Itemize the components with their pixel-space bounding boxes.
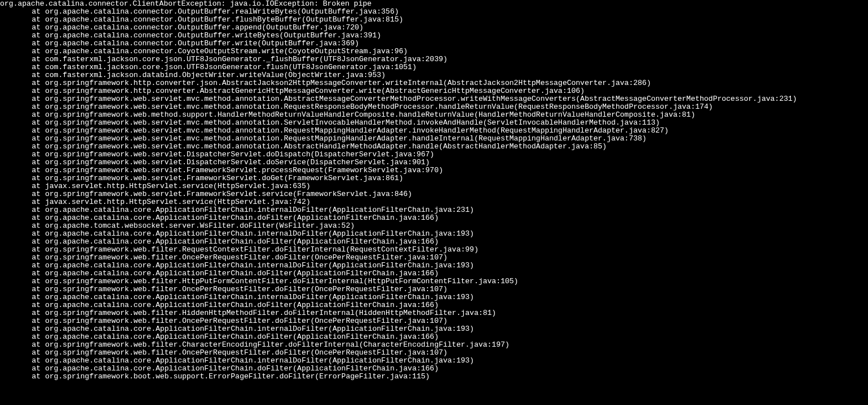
stack-frame: org.apache.catalina.connector.OutputBuff… xyxy=(0,8,868,16)
stack-frame: org.apache.catalina.connector.OutputBuff… xyxy=(0,16,868,24)
stack-frame: org.apache.catalina.core.ApplicationFilt… xyxy=(0,262,868,270)
stack-frame: org.springframework.web.servlet.Dispatch… xyxy=(0,159,868,167)
stack-frame: org.apache.catalina.core.ApplicationFilt… xyxy=(0,357,868,365)
stack-frame: org.springframework.web.servlet.Framewor… xyxy=(0,174,868,182)
stack-frame: org.apache.tomcat.websocket.server.WsFil… xyxy=(0,222,868,230)
stack-frame: org.springframework.web.filter.HttpPutFo… xyxy=(0,278,868,285)
stack-frame: org.apache.catalina.connector.OutputBuff… xyxy=(0,24,868,32)
stack-frame: org.apache.catalina.core.ApplicationFilt… xyxy=(0,333,868,341)
stack-frame: org.springframework.web.servlet.Dispatch… xyxy=(0,151,868,159)
exception-header: org.apache.catalina.connector.ClientAbor… xyxy=(0,0,868,8)
stack-frame: org.springframework.web.filter.RequestCo… xyxy=(0,246,868,254)
stack-frame: org.springframework.web.servlet.Framewor… xyxy=(0,190,868,198)
stack-frame: javax.servlet.http.HttpServlet.service(H… xyxy=(0,198,868,206)
stack-frame: org.springframework.web.servlet.Framewor… xyxy=(0,167,868,174)
stack-frame: org.apache.catalina.connector.OutputBuff… xyxy=(0,40,868,48)
stack-frame: org.apache.catalina.core.ApplicationFilt… xyxy=(0,325,868,333)
stack-frame: com.fasterxml.jackson.databind.ObjectWri… xyxy=(0,71,868,79)
stack-frame: org.springframework.web.filter.OncePerRe… xyxy=(0,317,868,325)
stack-frame: org.springframework.boot.web.support.Err… xyxy=(0,373,868,381)
stack-frame: org.springframework.web.method.support.H… xyxy=(0,111,868,119)
stack-frame: org.springframework.web.servlet.mvc.meth… xyxy=(0,103,868,111)
stack-frame: org.apache.catalina.connector.OutputBuff… xyxy=(0,32,868,40)
stack-frame: org.apache.catalina.core.ApplicationFilt… xyxy=(0,230,868,238)
stack-frame: org.springframework.web.servlet.mvc.meth… xyxy=(0,119,868,127)
stack-frame: org.springframework.web.servlet.mvc.meth… xyxy=(0,95,868,103)
stack-frame: org.springframework.web.servlet.mvc.meth… xyxy=(0,127,868,135)
stack-frame: org.apache.catalina.core.ApplicationFilt… xyxy=(0,301,868,309)
stack-frame: org.springframework.http.converter.Abstr… xyxy=(0,87,868,95)
stacktrace-container: org.apache.catalina.connector.ClientAbor… xyxy=(0,0,868,381)
stack-frames: org.apache.catalina.connector.OutputBuff… xyxy=(0,8,868,381)
stack-frame: org.springframework.web.servlet.mvc.meth… xyxy=(0,135,868,143)
stack-frame: org.springframework.http.converter.json.… xyxy=(0,79,868,87)
stack-frame: org.springframework.web.filter.OncePerRe… xyxy=(0,254,868,262)
stack-frame: org.apache.catalina.connector.CoyoteOutp… xyxy=(0,48,868,56)
stack-frame: org.springframework.web.filter.HiddenHtt… xyxy=(0,309,868,317)
stack-frame: org.springframework.web.filter.OncePerRe… xyxy=(0,285,868,293)
stack-frame: org.apache.catalina.core.ApplicationFilt… xyxy=(0,365,868,373)
stack-frame: javax.servlet.http.HttpServlet.service(H… xyxy=(0,182,868,190)
stack-frame: org.apache.catalina.core.ApplicationFilt… xyxy=(0,238,868,246)
stack-frame: org.springframework.web.filter.Character… xyxy=(0,341,868,349)
stack-frame: org.apache.catalina.core.ApplicationFilt… xyxy=(0,214,868,222)
stack-frame: com.fasterxml.jackson.core.json.UTF8Json… xyxy=(0,56,868,63)
stack-frame: org.springframework.web.servlet.mvc.meth… xyxy=(0,143,868,151)
stack-frame: com.fasterxml.jackson.core.json.UTF8Json… xyxy=(0,63,868,71)
stack-frame: org.apache.catalina.core.ApplicationFilt… xyxy=(0,206,868,214)
stack-frame: org.springframework.web.filter.OncePerRe… xyxy=(0,349,868,357)
stack-frame: org.apache.catalina.core.ApplicationFilt… xyxy=(0,270,868,278)
stack-frame: org.apache.catalina.core.ApplicationFilt… xyxy=(0,293,868,301)
